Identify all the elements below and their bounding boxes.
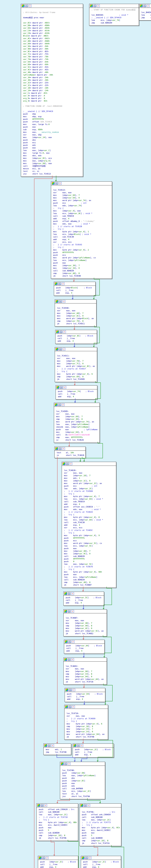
node-group-icon[interactable]: ⇄ — [29, 4, 31, 7]
node-titlebar[interactable]: ✎⇄ — [21, 4, 83, 8]
node-titlebar[interactable]: ✎⇄ — [37, 804, 78, 807]
node-titlebar[interactable]: ✎⇄ — [81, 856, 121, 860]
node-color-icon[interactable] — [90, 4, 93, 7]
node-edit-icon[interactable]: ✎ — [68, 658, 70, 661]
free-block-8[interactable]: ✎⇄push [ebp+var_2C] ; Blockcall j__freea… — [38, 856, 78, 868]
node-color-icon[interactable] — [56, 348, 58, 350]
node-group-icon[interactable]: ⇄ — [63, 331, 66, 333]
node-color-icon[interactable] — [22, 4, 25, 7]
func-header[interactable]: ✎⇄ ; Attributes: bp-based frame dummy確認 … — [21, 4, 83, 177]
node-color-icon[interactable] — [65, 706, 68, 708]
node-edit-icon[interactable]: ✎ — [60, 331, 62, 333]
node-titlebar[interactable]: ✎⇄ — [64, 610, 107, 613]
node-group-icon[interactable]: ⇄ — [63, 386, 66, 389]
node-titlebar[interactable]: ✎⇄ — [73, 744, 114, 747]
node-group-icon[interactable]: ⇄ — [44, 804, 47, 807]
free-block-3[interactable]: ✎⇄push [ebp+var_74] ; Blockcall j__freea… — [56, 385, 97, 399]
node-edit-icon[interactable]: ✎ — [64, 763, 67, 765]
node-color-icon[interactable] — [81, 804, 83, 807]
node-group-icon[interactable]: ⇄ — [71, 592, 74, 595]
node-color-icon[interactable] — [63, 462, 65, 465]
node-group-icon[interactable]: ⇄ — [63, 348, 65, 350]
node-group-icon[interactable]: ⇄ — [62, 403, 64, 406]
node-group-icon[interactable]: ⇄ — [147, 4, 150, 7]
node-titlebar[interactable]: ✎⇄ — [64, 658, 107, 661]
node-edit-icon[interactable]: ✎ — [55, 182, 58, 185]
node-titlebar[interactable]: ✎⇄ — [65, 688, 105, 692]
node-titlebar[interactable]: ✎⇄ — [55, 347, 97, 351]
node-edit-icon[interactable]: ✎ — [66, 462, 69, 465]
node-color-icon[interactable] — [56, 331, 59, 333]
node-titlebar[interactable]: ✎⇄ — [64, 592, 104, 596]
node-titlebar[interactable]: ✎⇄ — [51, 182, 112, 185]
node-edit-icon[interactable]: ✎ — [59, 300, 62, 303]
node-group-icon[interactable]: ⇄ — [62, 282, 64, 285]
node-loc_7C46E2[interactable]: ✎⇄ loc_7C46E2:xor eax, eaxmov [ebp+var_9… — [63, 658, 107, 685]
node-edit-icon[interactable]: ✎ — [68, 592, 70, 595]
node-color-icon[interactable] — [82, 857, 85, 859]
node-color-icon[interactable] — [65, 689, 68, 691]
node-titlebar[interactable]: ✎⇄ — [64, 705, 108, 709]
node-edit-icon[interactable]: ✎ — [58, 403, 61, 406]
node-color-icon[interactable] — [61, 763, 64, 765]
free-block-6[interactable]: ✎⇄push [ebp+var_D4] ; Blockcall j__freea… — [65, 688, 105, 702]
node-group-icon[interactable]: ⇄ — [72, 689, 75, 691]
node-titlebar[interactable]: ✎⇄ — [38, 856, 78, 860]
node-loc_7C45C1[interactable]: ✎⇄ loc_7C45C1:xor eax, eaxmov [ebp+var_7… — [55, 347, 97, 382]
node-titlebar[interactable]: ✎⇄ — [54, 282, 95, 286]
node-color-icon[interactable] — [52, 182, 55, 185]
node-test-dir[interactable]: ✎⇄test al, 10hjz short loc_7C4626 — [54, 447, 86, 458]
free-block-9[interactable]: ✎⇄push [ebp+var_2C] ; Blockcall j__freea… — [81, 856, 121, 868]
node-color-icon[interactable] — [44, 744, 47, 747]
node-loc_7C4513[interactable]: ✎⇄ loc_7C4513:xor eax, eaxmov [ebp+var_6… — [51, 181, 112, 279]
node-titlebar[interactable]: ✎⇄ — [55, 447, 86, 451]
node-branch-left[interactable]: ✎⇄push offset unk_C09A28 ; Srccall sub_6… — [36, 803, 78, 841]
node-group-icon[interactable]: ⇄ — [97, 4, 100, 7]
node-color-icon[interactable] — [64, 610, 67, 613]
node-loc_7C45ED[interactable]: ✎⇄ loc_7C45ED:xor eax, eaxmov [ebp+var_6… — [54, 403, 100, 443]
node-group-icon[interactable]: ⇄ — [63, 300, 65, 303]
node-color-icon[interactable] — [73, 744, 76, 747]
node-edi-2[interactable]: ✎⇄mov edi, 2jmp loc_7C4748 — [43, 744, 71, 755]
node-group-icon[interactable]: ⇄ — [81, 744, 83, 747]
node-loc_7C4590[interactable]: ✎⇄ loc_7C4590:xor eax, eaxmov [ebp+var_A… — [55, 300, 96, 327]
node-group-icon[interactable]: ⇄ — [72, 706, 75, 708]
node-color-icon[interactable] — [39, 857, 41, 859]
node-titlebar[interactable]: ✎⇄ — [80, 804, 121, 807]
node-color-icon[interactable] — [37, 804, 40, 807]
node-loc_7C479A[interactable]: ✎⇄ loc_7C479A: ; Srcpush offset unk_C09A… — [80, 803, 121, 846]
node-edit-icon[interactable]: ✎ — [69, 689, 72, 691]
node-edit-icon[interactable]: ✎ — [77, 744, 80, 747]
node-group-icon[interactable]: ⇄ — [59, 182, 61, 185]
node-color-icon[interactable] — [57, 386, 59, 389]
free-block-4[interactable]: ✎⇄push [ebp+var_5C] ; Blockcall j__freea… — [63, 592, 104, 606]
node-group-icon[interactable]: ⇄ — [69, 462, 72, 465]
node-edit-icon[interactable]: ✎ — [84, 804, 87, 807]
node-loc_7C4716[interactable]: ✎⇄ loc_7C4716:xor eax, eax; } // starts … — [64, 705, 108, 740]
node-group-icon[interactable]: ⇄ — [51, 744, 54, 747]
node-color-icon[interactable] — [64, 658, 67, 661]
node-edit-icon[interactable]: ✎ — [42, 857, 45, 859]
node-edit-icon[interactable]: ✎ — [143, 4, 146, 7]
node-group-icon[interactable]: ⇄ — [62, 447, 65, 450]
node-edit-icon[interactable]: ✎ — [69, 706, 71, 708]
node-edit-icon[interactable]: ✎ — [59, 447, 61, 450]
free-block-5[interactable]: ✎⇄push [ebp+var_A4] ; Blockcall j__freea… — [64, 640, 104, 654]
node-titlebar[interactable]: ✎⇄ — [139, 4, 151, 8]
node-edit-icon[interactable]: ✎ — [41, 804, 43, 807]
node-group-icon[interactable]: ⇄ — [87, 804, 90, 807]
node-edit-icon[interactable]: ✎ — [25, 4, 28, 7]
node-titlebar[interactable]: ✎⇄ — [43, 744, 71, 747]
node-titlebar[interactable]: ✎⇄ — [55, 330, 97, 334]
node-color-icon[interactable] — [56, 300, 58, 303]
node-titlebar[interactable]: ✎⇄ — [64, 640, 104, 644]
node-color-icon[interactable] — [140, 4, 143, 7]
node-group-icon[interactable]: ⇄ — [89, 857, 91, 859]
node-group-icon[interactable]: ⇄ — [72, 641, 74, 643]
free-block-1[interactable]: ✎⇄push [ebp+Block] ; Blockcall j__freead… — [54, 282, 96, 296]
node-edit-icon[interactable]: ✎ — [68, 610, 70, 613]
free-block-7[interactable]: ✎⇄push [ebp+var_2C] ; Blockcall j__freea… — [72, 744, 114, 757]
graph-canvas[interactable]: ✎⇄ ; Attributes: bp-based frame dummy確認 … — [0, 0, 151, 868]
node-group-icon[interactable]: ⇄ — [46, 857, 49, 859]
node-group-icon[interactable]: ⇄ — [68, 763, 70, 765]
